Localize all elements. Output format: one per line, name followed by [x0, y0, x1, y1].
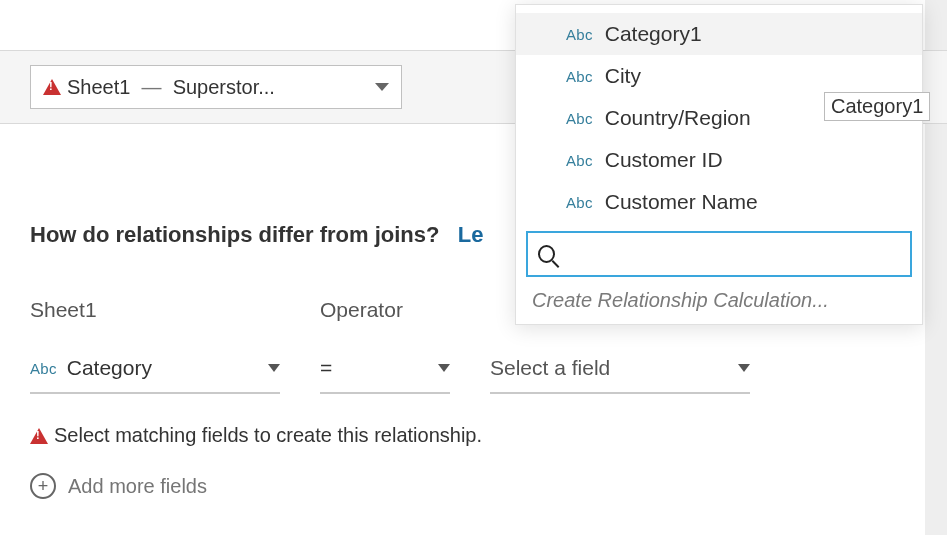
plus-circle-icon: + [30, 473, 56, 499]
search-field[interactable] [565, 243, 900, 266]
left-field-select[interactable]: Abc Category [30, 346, 280, 394]
chevron-down-icon [268, 364, 280, 372]
hover-tooltip: Category1 [824, 92, 930, 121]
warning-icon [43, 79, 61, 95]
abc-icon: Abc [30, 360, 57, 377]
sheet-name: Sheet1 [67, 76, 130, 99]
separator: — [130, 76, 172, 99]
dropdown-item-label: Country/Region [605, 106, 751, 130]
abc-icon: Abc [566, 26, 593, 43]
add-more-label: Add more fields [68, 475, 207, 498]
abc-icon: Abc [566, 68, 593, 85]
left-field-column: Sheet1 Abc Category [30, 298, 280, 394]
dropdown-item-label: Category1 [605, 22, 702, 46]
learn-more-link[interactable]: Le [458, 222, 484, 247]
abc-icon: Abc [566, 110, 593, 127]
table-source-select[interactable]: Sheet1 — Superstor... [30, 65, 402, 109]
abc-icon: Abc [566, 194, 593, 211]
operator-column: Operator = [320, 298, 450, 394]
abc-icon: Abc [566, 152, 593, 169]
dropdown-item-label: Customer ID [605, 148, 723, 172]
add-more-fields-button[interactable]: + Add more fields [30, 473, 917, 499]
right-field-placeholder: Select a field [490, 356, 610, 380]
dropdown-item[interactable]: AbcCustomer Name [516, 181, 922, 223]
left-field-value: Category [67, 356, 152, 380]
operator-select[interactable]: = [320, 346, 450, 394]
operator-value: = [320, 356, 332, 380]
warning-icon [30, 428, 48, 444]
warning-row: Select matching fields to create this re… [30, 424, 917, 447]
dropdown-item-label: City [605, 64, 641, 88]
right-field-select[interactable]: Select a field [490, 346, 750, 394]
search-icon [538, 245, 555, 263]
dropdown-item[interactable]: AbcCustomer ID [516, 139, 922, 181]
source-name: Superstor... [173, 76, 275, 99]
field-dropdown-popover: AbcCategory1AbcCityAbcCountry/RegionAbcC… [515, 4, 923, 325]
chevron-down-icon [438, 364, 450, 372]
left-table-title: Sheet1 [30, 298, 280, 322]
dropdown-item-label: Customer Name [605, 190, 758, 214]
warning-text: Select matching fields to create this re… [54, 424, 482, 447]
dropdown-item[interactable]: AbcCategory1 [516, 13, 922, 55]
dropdown-item[interactable]: AbcCity [516, 55, 922, 97]
operator-title: Operator [320, 298, 450, 322]
create-calculation-link[interactable]: Create Relationship Calculation... [516, 283, 922, 324]
chevron-down-icon [738, 364, 750, 372]
search-wrap [516, 223, 922, 283]
search-input[interactable] [526, 231, 912, 277]
chevron-down-icon [375, 83, 389, 91]
help-question: How do relationships differ from joins? [30, 222, 439, 247]
